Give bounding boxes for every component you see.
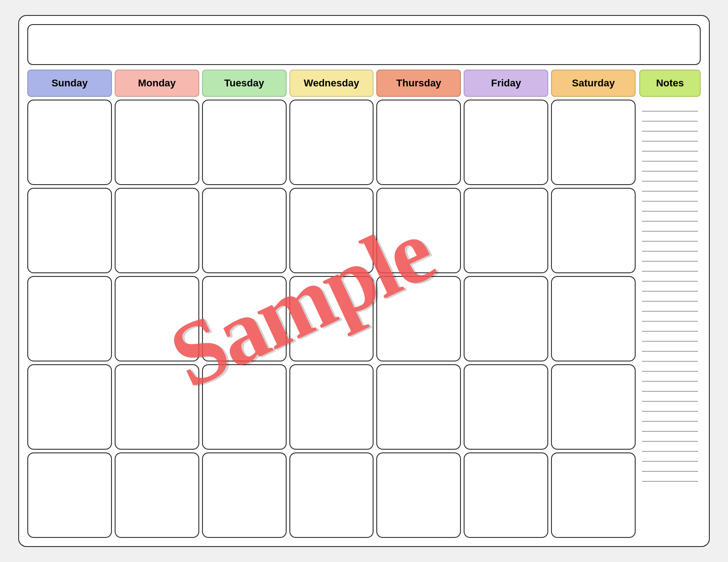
day-cell[interactable] — [464, 276, 548, 361]
day-cell[interactable] — [115, 100, 199, 185]
notes-line — [642, 171, 698, 181]
day-header-saturday: Saturday — [551, 70, 636, 97]
notes-line — [642, 271, 698, 281]
day-cell[interactable] — [551, 364, 636, 450]
week-row-2 — [27, 188, 636, 273]
day-cell[interactable] — [289, 276, 374, 361]
day-cell[interactable] — [202, 100, 287, 185]
day-cell[interactable] — [202, 188, 287, 273]
notes-line — [642, 381, 698, 391]
day-cell[interactable] — [464, 100, 548, 185]
notes-line — [642, 301, 698, 311]
day-cell[interactable] — [115, 188, 199, 273]
notes-line — [642, 472, 698, 482]
day-cell[interactable] — [376, 100, 461, 185]
header-row: SundayMondayTuesdayWednesdayThursdayFrid… — [27, 70, 636, 97]
day-cell[interactable] — [115, 452, 199, 538]
day-cell[interactable] — [202, 452, 287, 538]
notes-line — [642, 221, 698, 231]
notes-line — [642, 181, 698, 191]
week-row-1 — [27, 100, 636, 185]
day-cell[interactable] — [27, 276, 112, 361]
notes-line — [642, 111, 698, 121]
notes-line — [642, 231, 698, 241]
day-cell[interactable] — [115, 364, 199, 450]
day-cell[interactable] — [464, 452, 548, 538]
day-cell[interactable] — [27, 100, 112, 185]
week-row-4 — [27, 364, 636, 450]
day-cell[interactable] — [27, 188, 112, 273]
notes-line — [642, 411, 698, 422]
day-cell[interactable] — [464, 188, 548, 273]
day-header-tuesday: Tuesday — [202, 70, 287, 97]
notes-line — [642, 121, 698, 131]
weeks-area — [27, 100, 636, 538]
notes-line — [642, 191, 698, 201]
notes-line — [642, 131, 698, 141]
notes-line — [642, 341, 698, 351]
notes-line — [642, 432, 698, 442]
day-cell[interactable] — [376, 364, 461, 450]
day-cell[interactable] — [202, 364, 287, 450]
notes-line — [642, 351, 698, 361]
day-cell[interactable] — [551, 100, 636, 185]
day-cell[interactable] — [376, 452, 461, 538]
notes-line — [642, 361, 698, 371]
notes-line — [642, 371, 698, 381]
notes-line — [642, 462, 698, 472]
notes-line — [642, 281, 698, 291]
notes-lines-area — [639, 100, 701, 538]
notes-header: Notes — [639, 70, 701, 97]
calendar-wrapper: SundayMondayTuesdayWednesdayThursdayFrid… — [18, 15, 710, 547]
day-cell[interactable] — [27, 452, 112, 538]
day-cell[interactable] — [551, 452, 636, 538]
notes-line — [642, 401, 698, 411]
notes-column: Notes — [639, 70, 701, 538]
day-header-thursday: Thursday — [376, 70, 461, 97]
calendar-grid: SundayMondayTuesdayWednesdayThursdayFrid… — [27, 70, 636, 538]
notes-line — [642, 452, 698, 462]
notes-line — [642, 291, 698, 301]
day-cell[interactable] — [376, 276, 461, 361]
day-cell[interactable] — [289, 364, 374, 450]
day-cell[interactable] — [289, 188, 374, 273]
notes-line — [642, 331, 698, 341]
day-cell[interactable] — [115, 276, 199, 361]
notes-line — [642, 261, 698, 271]
day-header-monday: Monday — [115, 70, 199, 97]
week-row-3 — [27, 276, 636, 361]
notes-line — [642, 311, 698, 321]
day-cell[interactable] — [551, 188, 636, 273]
notes-line — [642, 442, 698, 452]
day-header-sunday: Sunday — [27, 70, 112, 97]
notes-line — [642, 391, 698, 401]
notes-line — [642, 251, 698, 261]
calendar-main: SundayMondayTuesdayWednesdayThursdayFrid… — [27, 70, 701, 538]
notes-line — [642, 422, 698, 432]
notes-line — [642, 201, 698, 211]
day-cell[interactable] — [202, 276, 287, 361]
notes-line — [642, 241, 698, 251]
day-header-friday: Friday — [464, 70, 548, 97]
day-cell[interactable] — [27, 364, 112, 450]
title-bar — [27, 24, 701, 65]
day-cell[interactable] — [289, 452, 374, 538]
day-cell[interactable] — [376, 188, 461, 273]
day-cell[interactable] — [551, 276, 636, 361]
notes-line — [642, 321, 698, 331]
notes-line — [642, 101, 698, 111]
notes-line — [642, 141, 698, 151]
day-cell[interactable] — [464, 364, 548, 450]
notes-line — [642, 151, 698, 161]
week-row-5 — [27, 452, 636, 538]
notes-line — [642, 161, 698, 171]
day-header-wednesday: Wednesday — [289, 70, 374, 97]
notes-line — [642, 211, 698, 221]
day-cell[interactable] — [289, 100, 374, 185]
